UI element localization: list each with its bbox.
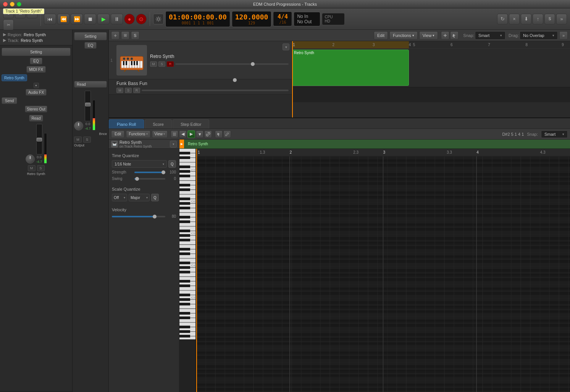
record-button-t1[interactable]: R bbox=[167, 61, 174, 67]
timeline-ruler: 1 2 3 4 5 6 7 8 9 bbox=[292, 41, 570, 49]
fader-ch1[interactable] bbox=[36, 124, 42, 154]
view-menu-button[interactable]: View▾ bbox=[419, 31, 438, 40]
smart-button[interactable]: S bbox=[544, 14, 555, 24]
mute-button-t1[interactable]: M bbox=[150, 61, 157, 67]
pr-link-button[interactable] bbox=[204, 130, 212, 138]
track-settings-button[interactable]: S bbox=[131, 31, 139, 40]
resize-tool-button[interactable] bbox=[441, 31, 449, 40]
fast-forward-button[interactable]: ⏩ bbox=[71, 14, 83, 24]
track-thumbnail-1[interactable] bbox=[116, 45, 147, 76]
play-button[interactable]: ▶ bbox=[97, 14, 110, 24]
mute-button-ch2-bottom[interactable]: M bbox=[74, 137, 82, 143]
time-signature-display[interactable]: 4/4 /16 bbox=[273, 11, 292, 26]
solo-button-t2[interactable]: S bbox=[125, 88, 132, 93]
add-track-button[interactable]: + bbox=[111, 31, 119, 40]
pr-list-view-button[interactable] bbox=[171, 130, 178, 138]
snap-select[interactable]: Smart▾ bbox=[475, 31, 505, 40]
pan-knob-ch2[interactable] bbox=[74, 121, 83, 130]
go-to-start-button[interactable]: ⏮ bbox=[44, 14, 56, 24]
loop-record-button[interactable]: ⊙ bbox=[136, 14, 147, 24]
maximize-button[interactable] bbox=[17, 2, 21, 6]
read-button-ch1[interactable]: Read bbox=[29, 115, 44, 122]
close-button[interactable] bbox=[3, 2, 8, 6]
retro-synth-active[interactable]: Retro Synth bbox=[2, 74, 27, 81]
pr-pencil-tool[interactable] bbox=[223, 130, 231, 138]
svg-rect-13 bbox=[134, 61, 135, 65]
velocity-slider[interactable] bbox=[112, 216, 165, 217]
midi-fx-button[interactable]: MIDI FX bbox=[26, 66, 46, 73]
tempo-display[interactable]: 120.0000 129 bbox=[232, 11, 272, 27]
mute-button-t2[interactable]: M bbox=[116, 88, 123, 93]
tab-score[interactable]: Score bbox=[145, 119, 172, 129]
region-label-1: Retro Synth bbox=[292, 50, 409, 56]
time-display[interactable]: 01:00:00:00.00 0001 1 1 1 001 bbox=[165, 11, 230, 27]
solo-button-t1[interactable]: S bbox=[158, 61, 165, 67]
pr-snap-select[interactable]: Smart▾ bbox=[541, 130, 568, 138]
more-tracks-button[interactable]: » bbox=[559, 31, 568, 40]
tab-piano-roll[interactable]: Piano Roll bbox=[109, 119, 144, 129]
sync-button[interactable]: ↻ bbox=[497, 14, 508, 24]
tools-button[interactable]: ✂ bbox=[3, 19, 14, 30]
audio-fx-button[interactable]: Audio FX bbox=[26, 89, 47, 96]
pr-ruler-2: 2 bbox=[290, 150, 292, 154]
pr-view-menu[interactable]: View▾ bbox=[152, 130, 168, 138]
share-button[interactable]: ↑ bbox=[533, 14, 543, 24]
solo-button-ch1-bottom[interactable]: S bbox=[37, 165, 45, 171]
read-button-ch2[interactable]: Read bbox=[74, 81, 107, 88]
tab-step-editor[interactable]: Step Editor bbox=[173, 119, 209, 129]
functions-menu-button[interactable]: Functions▾ bbox=[389, 31, 418, 40]
strength-slider[interactable] bbox=[134, 172, 165, 173]
pr-pointer-tool[interactable] bbox=[215, 130, 223, 138]
export-button[interactable]: ⬇ bbox=[521, 14, 531, 24]
ruler-mark-7: 7 bbox=[488, 41, 490, 47]
level-meter-ch2 bbox=[92, 100, 95, 130]
track-prefix: Track: bbox=[8, 38, 19, 43]
channel-name-ch2: Output bbox=[74, 143, 107, 147]
svg-line-19 bbox=[137, 70, 139, 72]
pause-button[interactable]: ⏸ bbox=[111, 14, 123, 24]
quantize-apply-button[interactable]: Q bbox=[168, 160, 176, 168]
minimize-button[interactable] bbox=[10, 2, 15, 6]
scale-type-select[interactable]: Major▾ bbox=[129, 194, 150, 201]
level-meter-ch1 bbox=[44, 133, 47, 164]
drag-select[interactable]: No Overlap▾ bbox=[520, 31, 558, 40]
more-button[interactable]: » bbox=[556, 14, 567, 24]
pointer-tool-button[interactable] bbox=[450, 31, 459, 40]
settings-icon[interactable] bbox=[153, 14, 164, 24]
close-icon-btn[interactable]: × bbox=[509, 14, 520, 24]
setting-button-ch1[interactable]: Setting bbox=[2, 48, 71, 56]
mute-button-ch1-bottom[interactable]: M bbox=[28, 165, 36, 171]
stop-button[interactable]: ⏹ bbox=[84, 14, 96, 24]
pr-left-arrow-button[interactable]: ◀ bbox=[179, 130, 187, 138]
record-button[interactable]: ● bbox=[124, 14, 135, 24]
region-block-1[interactable]: Retro Synth bbox=[292, 50, 409, 86]
eq-button-ch2[interactable]: EQ bbox=[84, 42, 97, 49]
track-expand-button-1[interactable]: ▾ bbox=[283, 43, 289, 50]
vol-slider-t2[interactable] bbox=[142, 90, 289, 91]
in-out-display[interactable]: No In No Out bbox=[294, 12, 320, 26]
piano-roll-grid[interactable]: 1 1.3 2 2.3 3 3.3 4 4.3 bbox=[196, 149, 570, 392]
pan-knob-ch1[interactable] bbox=[26, 154, 35, 164]
vol-slider-t1[interactable] bbox=[175, 63, 289, 65]
pr-functions-menu[interactable]: Functions▾ bbox=[126, 130, 150, 138]
setting-button-ch2[interactable]: Setting bbox=[74, 32, 107, 40]
scale-off-select[interactable]: Off▾ bbox=[112, 194, 127, 201]
scale-quantize-apply-button[interactable]: Q bbox=[151, 194, 159, 201]
edit-menu-button[interactable]: Edit bbox=[374, 31, 388, 40]
solo-button-ch2-bottom[interactable]: S bbox=[83, 137, 91, 143]
quantize-note-select[interactable]: 1/16 Note▾ bbox=[112, 160, 167, 168]
m-button-ch1[interactable]: ● bbox=[34, 83, 39, 88]
rewind-button[interactable]: ⏪ bbox=[57, 14, 69, 24]
stereo-out-button[interactable]: Stereo Out bbox=[25, 106, 47, 112]
pr-down-arrow-button[interactable]: ▼ bbox=[196, 130, 203, 138]
pr-track-settings-button[interactable]: ▾ bbox=[170, 141, 177, 148]
swing-slider[interactable] bbox=[134, 178, 165, 180]
eq-button-ch1[interactable]: EQ bbox=[30, 58, 42, 64]
pr-right-arrow-active-button[interactable]: ▶ bbox=[187, 130, 195, 138]
record-button-t2[interactable]: R bbox=[133, 88, 140, 93]
fader-ch2[interactable] bbox=[85, 91, 91, 121]
track-expand-button[interactable]: ⊞ bbox=[121, 31, 129, 40]
send-button[interactable]: Send bbox=[2, 97, 17, 104]
piano-keys-svg bbox=[179, 149, 196, 339]
pr-edit-menu[interactable]: Edit bbox=[111, 130, 124, 138]
